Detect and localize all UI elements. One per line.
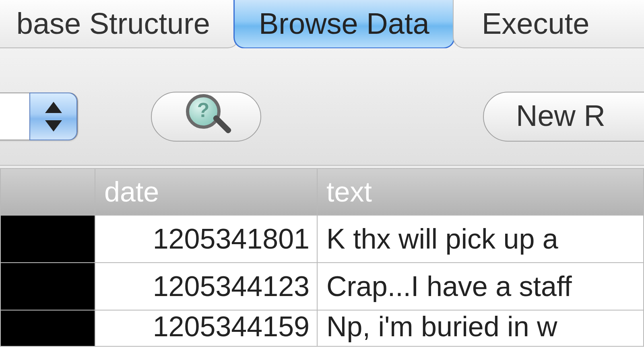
data-table: date text 1205341801 K thx will pick up … bbox=[0, 168, 644, 362]
cell-date[interactable]: 1205344159 bbox=[95, 310, 317, 346]
cell-date[interactable]: 1205341801 bbox=[95, 215, 317, 263]
cell-text[interactable]: Crap...I have a staff bbox=[317, 263, 644, 310]
cell-rowid[interactable] bbox=[0, 310, 95, 346]
table-row[interactable]: 1205344123 Crap...I have a staff bbox=[0, 263, 644, 310]
chevron-down-icon bbox=[45, 120, 62, 132]
column-header-rowid[interactable] bbox=[0, 169, 95, 215]
chevron-up-icon bbox=[45, 102, 62, 113]
table-header-row: date text bbox=[0, 169, 644, 215]
table-row[interactable]: 1205344159 Np, i'm buried in w bbox=[0, 310, 644, 346]
tab-bar: base Structure Browse Data Execute bbox=[0, 0, 644, 48]
toolbar: ? New R bbox=[0, 48, 644, 166]
new-record-button[interactable]: New R bbox=[483, 92, 644, 142]
dropdown-stepper-icon[interactable] bbox=[29, 93, 77, 140]
tab-execute-sql[interactable]: Execute bbox=[453, 0, 644, 48]
column-header-text[interactable]: text bbox=[317, 169, 644, 215]
app-window: base Structure Browse Data Execute ? New… bbox=[0, 0, 644, 362]
table-select-dropdown[interactable] bbox=[0, 93, 78, 140]
search-button[interactable]: ? bbox=[151, 92, 261, 142]
tab-browse-data[interactable]: Browse Data bbox=[233, 0, 455, 49]
cell-date[interactable]: 1205344123 bbox=[95, 263, 317, 310]
magnifier-icon: ? bbox=[186, 97, 226, 137]
table-row[interactable]: 1205341801 K thx will pick up a bbox=[0, 215, 644, 263]
cell-rowid[interactable] bbox=[0, 263, 95, 310]
cell-text[interactable]: Np, i'm buried in w bbox=[317, 310, 644, 346]
cell-text[interactable]: K thx will pick up a bbox=[317, 215, 644, 263]
tab-database-structure[interactable]: base Structure bbox=[0, 0, 239, 48]
column-header-date[interactable]: date bbox=[95, 169, 317, 215]
cell-rowid[interactable] bbox=[0, 215, 95, 263]
